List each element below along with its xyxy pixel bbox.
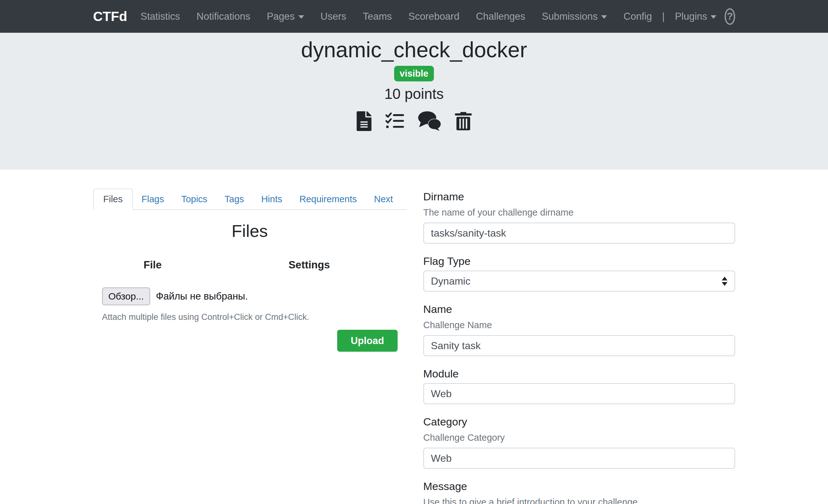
category-helper: Challenge Category bbox=[423, 431, 735, 444]
flag-type-select[interactable]: Dynamic bbox=[423, 270, 735, 292]
name-helper: Challenge Name bbox=[423, 319, 735, 331]
flag-type-selected-value: Dynamic bbox=[431, 276, 470, 287]
files-table-header-settings: Settings bbox=[212, 259, 407, 271]
name-input[interactable] bbox=[423, 335, 735, 356]
nav-item-submissions[interactable]: Submissions bbox=[533, 11, 615, 22]
nav-item-statistics[interactable]: Statistics bbox=[132, 11, 188, 22]
nav-item-notifications[interactable]: Notifications bbox=[188, 11, 259, 22]
browse-button[interactable]: Обзор... bbox=[102, 288, 151, 305]
tab-tags[interactable]: Tags bbox=[216, 189, 253, 209]
tab-flags[interactable]: Flags bbox=[133, 189, 173, 209]
tab-topics[interactable]: Topics bbox=[173, 189, 216, 209]
nav-item-scoreboard[interactable]: Scoreboard bbox=[400, 11, 468, 22]
tasks-checklist-icon[interactable] bbox=[385, 112, 404, 130]
nav-item-submissions-label: Submissions bbox=[542, 11, 598, 22]
category-field: Category Challenge Category bbox=[423, 414, 735, 469]
nav-item-plugins-label: Plugins bbox=[675, 11, 707, 22]
navbar-brand[interactable]: CTFd bbox=[93, 9, 127, 24]
top-navbar: CTFd Statistics Notifications Pages User… bbox=[0, 0, 828, 33]
nav-item-config[interactable]: Config bbox=[615, 11, 660, 22]
tab-next[interactable]: Next bbox=[366, 189, 402, 209]
category-input[interactable] bbox=[423, 448, 735, 469]
attach-files-hint: Attach multiple files using Control+Clic… bbox=[102, 312, 407, 322]
flag-type-field: Flag Type Dynamic bbox=[423, 253, 735, 292]
chevron-down-icon bbox=[711, 15, 716, 19]
files-panel-heading: Files bbox=[93, 221, 407, 241]
nav-item-plugins[interactable]: Plugins bbox=[667, 11, 725, 22]
main-content: Files Flags Topics Tags Hints Requiremen… bbox=[93, 188, 735, 504]
name-label: Name bbox=[423, 301, 735, 317]
module-field: Module bbox=[423, 366, 735, 404]
tab-files[interactable]: Files bbox=[93, 188, 133, 210]
dirname-input[interactable] bbox=[423, 222, 735, 244]
nav-item-teams[interactable]: Teams bbox=[355, 11, 400, 22]
trash-icon[interactable] bbox=[455, 112, 472, 131]
dirname-field: Dirname The name of your challenge dirna… bbox=[423, 188, 735, 244]
module-label: Module bbox=[423, 366, 735, 382]
chevron-down-icon bbox=[298, 15, 304, 19]
module-input[interactable] bbox=[423, 383, 735, 404]
challenge-title: dynamic_check_docker bbox=[0, 37, 828, 62]
dirname-helper: The name of your challenge dirname bbox=[423, 206, 735, 219]
file-input-status: Файлы не выбраны. bbox=[156, 291, 248, 302]
challenge-hero: dynamic_check_docker visible 10 points bbox=[0, 33, 828, 169]
challenge-tabs: Files Flags Topics Tags Hints Requiremen… bbox=[93, 188, 407, 210]
challenge-form: Dirname The name of your challenge dirna… bbox=[423, 188, 735, 504]
question-circle-icon[interactable]: ? bbox=[724, 8, 735, 25]
message-label: Message bbox=[423, 478, 735, 495]
chevron-down-icon bbox=[601, 15, 607, 19]
tab-hints[interactable]: Hints bbox=[253, 189, 291, 209]
visibility-badge: visible bbox=[394, 66, 433, 81]
dirname-label: Dirname bbox=[423, 188, 735, 205]
upload-row: Upload bbox=[93, 330, 407, 352]
nav-item-challenges[interactable]: Challenges bbox=[468, 11, 533, 22]
navbar-links: Statistics Notifications Pages Users Tea… bbox=[132, 11, 725, 22]
nav-item-users[interactable]: Users bbox=[313, 11, 355, 22]
navbar-divider: | bbox=[660, 11, 667, 22]
category-label: Category bbox=[423, 414, 735, 430]
nav-item-pages-label: Pages bbox=[267, 11, 295, 22]
message-field: Message Use this to give a brief introdu… bbox=[423, 478, 735, 504]
challenge-action-icons bbox=[0, 111, 828, 131]
files-table-header: File Settings bbox=[93, 259, 407, 271]
name-field: Name Challenge Name bbox=[423, 301, 735, 356]
tab-requirements[interactable]: Requirements bbox=[291, 189, 366, 209]
file-text-icon[interactable] bbox=[357, 111, 372, 131]
comments-icon[interactable] bbox=[418, 111, 441, 131]
message-helper: Use this to give a brief introduction to… bbox=[423, 496, 735, 504]
challenge-points: 10 points bbox=[0, 85, 828, 103]
file-input: Обзор... Файлы не выбраны. bbox=[93, 288, 407, 305]
flag-type-label: Flag Type bbox=[423, 253, 735, 269]
nav-item-pages[interactable]: Pages bbox=[259, 11, 313, 22]
files-column: Files Flags Topics Tags Hints Requiremen… bbox=[93, 188, 407, 352]
files-table-header-file: File bbox=[93, 259, 212, 271]
select-arrows-icon bbox=[722, 277, 728, 286]
upload-button[interactable]: Upload bbox=[337, 330, 397, 352]
